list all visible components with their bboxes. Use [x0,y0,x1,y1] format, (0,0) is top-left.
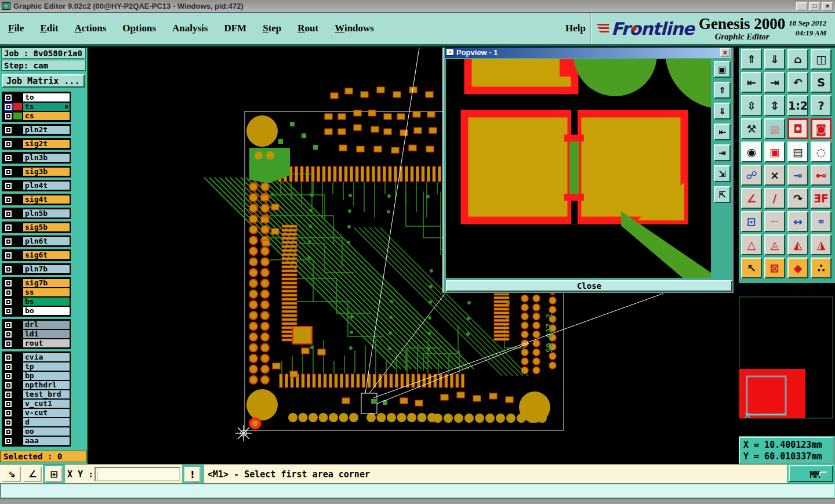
mirror-text-button[interactable]: ƎF [811,188,832,209]
layer-color-swatch[interactable] [13,400,22,407]
layer-name[interactable]: ldi [23,330,70,338]
layer-checkbox[interactable] [5,211,12,217]
layer-checkbox[interactable] [5,95,12,101]
popview-close-button[interactable]: Close [446,280,732,292]
delete-object-button[interactable]: × [764,165,785,186]
popview-close-icon[interactable]: × [720,48,730,57]
pan-view-left-button[interactable]: ⇤ [741,72,762,93]
layer-color-swatch[interactable] [13,154,22,161]
layer-checkbox[interactable] [5,308,12,314]
layer-color-swatch[interactable] [13,182,22,189]
layer-name[interactable]: bs [23,298,70,306]
select-frame-button[interactable]: ⊠ [764,258,785,278]
layer-name[interactable]: sig4t [23,195,70,204]
menu-item[interactable]: Options [122,23,156,34]
rotate-arc-button[interactable]: ↷ [787,188,808,209]
popview-new-button[interactable]: ▣ [714,61,731,78]
layer-name[interactable]: test_brd [23,390,70,398]
layer-name[interactable]: pln3b [23,154,70,162]
grid-toggle-button[interactable]: ▦ [764,118,785,139]
layer-checkbox[interactable] [5,419,12,426]
measure-distance-button[interactable]: ⇘ [2,466,21,482]
menu-item[interactable]: DFM [224,23,246,34]
expand-view-button[interactable]: ⇳ [741,95,762,116]
layer-color-swatch[interactable] [13,280,22,287]
layer-checkbox[interactable] [5,183,12,189]
layer-checkbox[interactable] [5,331,12,338]
capture-pad-button[interactable]: ◌ [811,142,832,162]
measure-ruler-button[interactable]: ▤ [787,142,808,162]
layer-color-swatch[interactable] [13,321,22,328]
triangle-fill-d-button[interactable]: ◮ [811,234,832,255]
layer-checkbox[interactable] [5,289,12,296]
select-cursor-button[interactable]: ↖ [741,258,762,278]
menu-item[interactable]: Analysis [172,23,208,34]
alert-button[interactable]: ! [184,467,201,482]
stretch-net-button[interactable]: ⊷ [811,165,832,186]
home-view-button[interactable]: ⌂ [787,49,808,70]
menu-item[interactable]: Actions [75,23,107,34]
dimension-button[interactable]: ↔ [787,211,808,232]
layer-checkbox[interactable] [5,104,12,110]
layer-color-swatch[interactable] [13,289,22,296]
overview-panel[interactable] [739,283,835,436]
layer-checkbox[interactable] [5,391,12,398]
units-dropdown[interactable]: MM [789,465,833,482]
triangle-fill-c-button[interactable]: ◭ [787,234,808,255]
layer-checkbox[interactable] [5,113,12,119]
popview-expand-button[interactable]: ⇱ [714,186,731,203]
xy-window-button[interactable]: ◫ [811,49,832,70]
layer-name[interactable]: ss [23,288,70,296]
zoom-out-view-button[interactable]: ⇓ [764,49,785,70]
layer-color-swatch[interactable] [13,126,22,133]
layer-checkbox[interactable] [5,252,12,259]
job-matrix-button[interactable]: Job Matrix ... [2,74,85,88]
layer-name[interactable]: rout [23,339,70,347]
popview-zoom-in-button[interactable]: ⇑ [714,82,731,99]
layer-checkbox[interactable] [5,410,12,416]
previous-view-button[interactable]: ↶ [787,72,808,93]
layer-checkbox[interactable] [5,429,12,435]
select-polygon-button[interactable]: ◆ [787,258,808,278]
layer-name[interactable]: sig7b [23,279,70,287]
break-line-button[interactable]: ┄ [764,211,785,232]
layer-color-swatch[interactable] [13,409,22,416]
shrink-view-button[interactable]: ⇕ [764,95,785,116]
copy-object-button[interactable]: ▣ [764,142,785,162]
transfer-object-button[interactable]: ◉ [741,142,762,162]
layer-display-b-button[interactable]: ◙ [811,118,832,139]
layer-name[interactable]: bo [23,307,70,315]
layer-color-swatch[interactable] [13,391,22,398]
layer-checkbox[interactable] [5,224,12,231]
layer-name[interactable]: sig2t [23,140,70,148]
layer-name[interactable]: cs [23,112,70,120]
popview-pan-in-button[interactable]: ⇤ [714,124,731,140]
layer-checkbox[interactable] [5,127,12,133]
layer-checkbox[interactable] [5,364,12,370]
popview-shrink-button[interactable]: ⇲ [714,165,731,182]
layer-name[interactable]: d [23,418,70,426]
zoom-in-view-button[interactable]: ⇑ [741,49,762,70]
move-vertex-button[interactable]: ⊸ [787,165,808,186]
measure-angle-button[interactable]: ∠ [23,466,42,482]
menu-item[interactable]: Step [263,23,281,34]
slant-line-button[interactable]: ∕ [764,188,785,209]
triangle-fill-b-button[interactable]: ◬ [764,234,785,255]
layer-color-swatch[interactable] [13,252,22,259]
layer-color-swatch[interactable] [13,428,22,435]
layer-name[interactable]: bp [23,372,70,380]
layer-checkbox[interactable] [5,354,12,361]
zoom-1-2-button[interactable]: 1:2 [787,95,808,116]
surface-merge-button[interactable]: ⚭ [811,211,832,232]
layer-name[interactable]: v-cut [23,409,70,417]
minimize-button[interactable]: _ [796,2,808,11]
maximize-button[interactable]: □ [809,2,821,11]
layer-name[interactable]: drl [23,321,70,329]
layer-name[interactable]: oo [23,427,70,436]
menu-item[interactable]: Rout [297,23,318,34]
connect-net-button[interactable]: ☍ [741,165,762,186]
layer-color-swatch[interactable] [13,168,22,175]
layer-color-swatch[interactable] [13,354,22,361]
context-help-button[interactable]: ? [811,95,832,116]
menu-item-help[interactable]: Help [565,13,586,44]
